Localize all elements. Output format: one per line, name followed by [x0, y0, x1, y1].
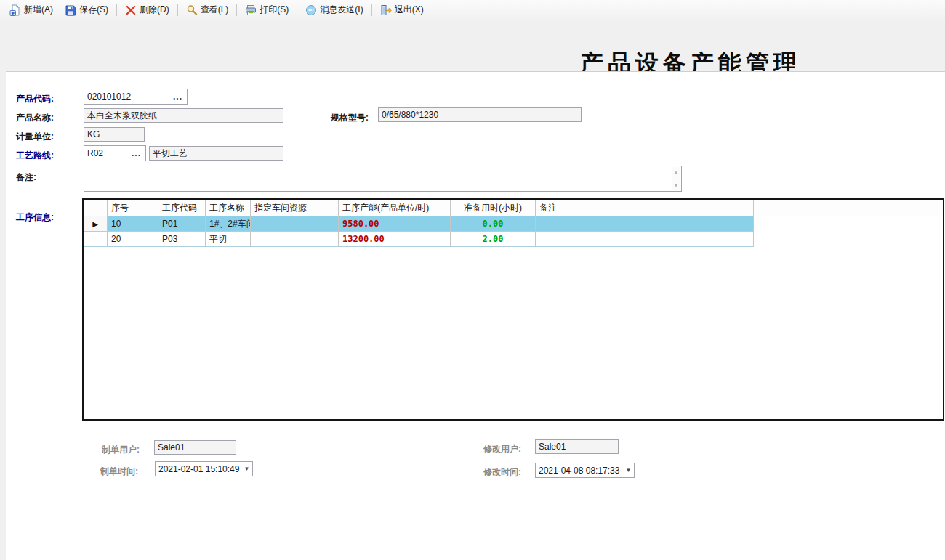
toolbar-separator [177, 4, 178, 16]
process-route-name-value: 平切工艺 [153, 147, 188, 160]
scroll-up-icon[interactable]: ▲ [674, 169, 679, 174]
toolbar-button-label: 新增(A) [24, 4, 53, 16]
toolbar-button-label: 删除(D) [140, 4, 169, 16]
product-code-label: 产品代码: [16, 93, 54, 105]
toolbar-separator [236, 4, 237, 16]
creator-field[interactable]: Sale01 [154, 440, 236, 455]
print-button[interactable]: 打印(S) [239, 1, 294, 19]
process-route-code-value: R02 [87, 148, 103, 158]
toolbar-separator [116, 4, 117, 16]
cell-prep-time[interactable]: 0.00 [451, 216, 536, 232]
title-band: 产品设备产能管理 [0, 20, 945, 71]
cell-capacity[interactable]: 13200.00 [339, 232, 451, 247]
toolbar-button-label: 保存(S) [79, 4, 108, 16]
row-selector-cell [84, 232, 108, 247]
toolbar-button-label: 打印(S) [260, 4, 289, 16]
column-header-workshop[interactable]: 指定车间资源 [251, 200, 339, 216]
remark-label: 备注: [16, 171, 36, 184]
product-name-value: 本白全木浆双胶纸 [87, 110, 157, 122]
create-time-label: 制单时间: [100, 466, 138, 478]
table-row[interactable]: ▶ 10 P01 1#、2#车间 9580.00 0.00 [84, 216, 943, 232]
cell-prep-time[interactable]: 2.00 [451, 232, 536, 247]
toolbar-button-label: 查看(L) [201, 4, 229, 16]
column-header-capacity[interactable]: 工序产能(产品单位/时) [339, 200, 451, 216]
cell-process-name[interactable]: 平切 [206, 232, 251, 247]
message-send-icon [305, 4, 317, 16]
modifier-label: 修改用户: [483, 443, 521, 455]
process-route-lookup-button[interactable]: ... [130, 150, 142, 156]
process-info-label: 工序信息: [16, 211, 54, 224]
spec-model-label: 规格型号: [331, 112, 369, 124]
remark-field[interactable]: ▲ ▼ [84, 166, 682, 192]
column-header-remark[interactable]: 备注 [536, 200, 754, 216]
column-header-process-name[interactable]: 工序名称 [206, 200, 251, 216]
spec-model-value: 0/65/880*1230 [382, 110, 438, 120]
cell-seq[interactable]: 20 [108, 232, 158, 247]
spec-model-field[interactable]: 0/65/880*1230 [378, 107, 582, 122]
process-grid: 序号 工序代码 工序名称 指定车间资源 工序产能(产品单位/时) 准备用时(小时… [82, 198, 944, 421]
row-selector-cell: ▶ [84, 216, 108, 232]
product-code-field[interactable]: 020101012 ... [84, 89, 188, 105]
cell-workshop[interactable] [251, 232, 339, 247]
unit-value: KG [87, 129, 100, 139]
toolbar-button-label: 退出(X) [395, 4, 424, 16]
current-row-marker-icon: ▶ [92, 220, 98, 228]
save-icon [65, 4, 76, 16]
print-icon [245, 4, 257, 16]
grid-header-row: 序号 工序代码 工序名称 指定车间资源 工序产能(产品单位/时) 准备用时(小时… [84, 200, 943, 216]
unit-label: 计量单位: [16, 131, 54, 143]
modify-time-combobox[interactable]: 2021-04-08 08:17:33 ▼ [535, 463, 635, 478]
view-icon [186, 4, 198, 16]
product-code-value: 020101012 [87, 92, 131, 102]
cell-capacity[interactable]: 9580.00 [339, 216, 451, 232]
column-header-process-code[interactable]: 工序代码 [158, 200, 206, 216]
cell-process-name[interactable]: 1#、2#车间 [206, 216, 251, 232]
chevron-down-icon[interactable]: ▼ [241, 462, 252, 476]
product-name-field[interactable]: 本白全木浆双胶纸 [84, 108, 284, 123]
creator-value: Sale01 [158, 442, 185, 453]
cell-remark[interactable] [536, 232, 754, 247]
toolbar-separator [297, 4, 297, 16]
save-button[interactable]: 保存(S) [59, 1, 114, 19]
exit-button[interactable]: 退出(X) [374, 1, 430, 19]
cell-remark[interactable] [536, 216, 754, 232]
scroll-down-icon[interactable]: ▼ [674, 183, 679, 188]
process-route-name-field[interactable]: 平切工艺 [149, 146, 284, 161]
modify-time-value: 2021-04-08 08:17:33 [539, 466, 623, 476]
delete-icon [125, 4, 137, 16]
product-capacity-window: { "toolbar": { "buttons": [ { "label": "… [0, 0, 945, 560]
create-time-value: 2021-02-01 15:10:49 [158, 464, 241, 474]
new-button[interactable]: 新增(A) [4, 1, 59, 19]
toolbar-separator [371, 4, 372, 16]
toolbar-button-label: 消息发送(I) [320, 4, 363, 16]
new-document-icon [9, 4, 21, 16]
form-area: 产品代码: 020101012 ... 产品名称: 本白全木浆双胶纸 规格型号:… [6, 71, 945, 560]
product-name-label: 产品名称: [16, 112, 54, 124]
unit-field[interactable]: KG [84, 127, 145, 142]
row-selector-header [84, 200, 108, 216]
chevron-down-icon[interactable]: ▼ [623, 463, 634, 477]
cell-process-code[interactable]: P03 [158, 232, 206, 247]
column-header-seq[interactable]: 序号 [108, 200, 158, 216]
view-button[interactable]: 查看(L) [180, 1, 235, 19]
toolbar: 新增(A) 保存(S) 删除(D) 查看(L) 打印(S) 消息发送(I) 退出… [0, 0, 945, 20]
cell-workshop[interactable] [251, 216, 339, 232]
process-route-label: 工艺路线: [16, 150, 54, 162]
cell-seq[interactable]: 10 [108, 216, 158, 232]
delete-button[interactable]: 删除(D) [119, 1, 175, 19]
modifier-value: Sale01 [539, 442, 566, 452]
create-time-combobox[interactable]: 2021-02-01 15:10:49 ▼ [155, 461, 253, 476]
creator-label: 制单用户: [102, 444, 140, 456]
exit-icon [380, 4, 392, 16]
table-row[interactable]: 20 P03 平切 13200.00 2.00 [84, 232, 943, 247]
remark-scrollbar[interactable]: ▲ ▼ [672, 167, 680, 190]
cell-process-code[interactable]: P01 [158, 216, 206, 232]
product-code-lookup-button[interactable]: ... [172, 94, 184, 100]
message-send-button[interactable]: 消息发送(I) [299, 1, 369, 19]
modifier-field[interactable]: Sale01 [535, 439, 619, 454]
process-route-code-field[interactable]: R02 ... [84, 145, 146, 161]
column-header-prep-time[interactable]: 准备用时(小时) [451, 200, 536, 216]
modify-time-label: 修改时间: [483, 466, 521, 479]
